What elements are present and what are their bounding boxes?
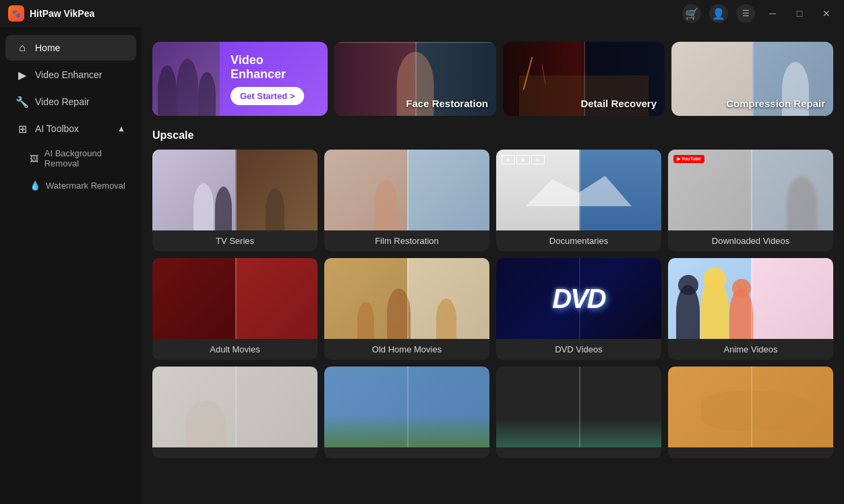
compression-repair-card[interactable]: Compression Repair	[671, 42, 833, 116]
old-home-movies-card[interactable]: Old Home Movies	[324, 258, 489, 360]
sidebar-item-home[interactable]: ⌂ Home	[5, 35, 136, 61]
downloaded-videos-card[interactable]: ▶ YouTube Downloaded Videos	[668, 150, 833, 251]
cart-icon[interactable]: 🛒	[682, 4, 701, 23]
tv-series-label: TV Series	[152, 230, 318, 251]
dvd-videos-image: DVD	[496, 258, 661, 339]
upscale-section-label: Upscale	[152, 129, 833, 141]
downloaded-videos-label: Downloaded Videos	[668, 230, 833, 251]
sidebar: ⌂ Home ▶ Video Enhancer 🔧 Video Repair ⊞…	[0, 0, 142, 504]
tv-series-image	[152, 150, 318, 230]
anime-videos-label: Anime Videos	[668, 339, 833, 360]
sidebar-item-watermark[interactable]: 💧 Watermark Removal	[19, 175, 136, 196]
minimize-button[interactable]: ─	[763, 4, 782, 23]
toolbox-group-left: ⊞ AI Toolbox	[16, 123, 79, 135]
bg-removal-icon: 🖼	[30, 153, 39, 164]
tv-series-card[interactable]: TV Series	[152, 150, 318, 251]
upscale-grid-row3	[152, 367, 833, 458]
close-button[interactable]: ✕	[817, 4, 836, 23]
main-content-inner: Video Enhancer Get Started > Face Restor…	[142, 34, 844, 473]
adult-movies-image	[152, 258, 318, 339]
home-icon: ⌂	[16, 42, 28, 54]
hero-card-title: Video Enhancer	[231, 53, 317, 82]
toolbox-icon: ⊞	[16, 123, 28, 135]
row3-card-4[interactable]	[668, 367, 833, 458]
compression-repair-label: Compression Repair	[726, 98, 825, 109]
youtube-logo: ▶ YouTube	[673, 155, 704, 163]
sidebar-group-toolbox[interactable]: ⊞ AI Toolbox ▲	[5, 116, 136, 141]
row3-card-2[interactable]	[324, 367, 489, 458]
detail-recovery-label: Detail Recovery	[580, 98, 657, 109]
film-restoration-label: Film Restoration	[324, 230, 489, 251]
maximize-button[interactable]: □	[790, 4, 809, 23]
hero-card-image	[152, 42, 220, 116]
app-title: HitPaw VikPea	[30, 8, 94, 19]
sidebar-item-bg-removal[interactable]: 🖼 AI Background Removal	[19, 143, 136, 174]
hero-card[interactable]: Video Enhancer Get Started >	[152, 42, 328, 116]
sidebar-item-video-enhancer[interactable]: ▶ Video Enhancer	[5, 62, 136, 88]
face-restoration-card[interactable]: Face Restoration	[334, 42, 496, 116]
upscale-grid-row1: TV Series Film Restoration	[152, 150, 833, 251]
bbc-logo: B B C	[502, 155, 545, 164]
titlebar-left: 🐾 HitPaw VikPea	[8, 5, 94, 22]
hero-card-text: Video Enhancer Get Started >	[220, 45, 328, 113]
row3-label-3	[496, 447, 661, 458]
sidebar-item-video-enhancer-label: Video Enhancer	[35, 69, 102, 80]
anime-videos-card[interactable]: Anime Videos	[668, 258, 833, 360]
menu-icon[interactable]: ☰	[736, 4, 755, 23]
row3-card-1[interactable]	[152, 367, 318, 458]
dvd-videos-card[interactable]: DVD DVD Videos	[496, 258, 661, 360]
app-logo: 🐾	[8, 5, 24, 22]
row3-image-3	[496, 367, 661, 447]
documentaries-card[interactable]: B B C Documentaries	[496, 150, 661, 251]
watermark-label: Watermark Removal	[46, 181, 125, 191]
get-started-button[interactable]: Get Started >	[231, 87, 304, 105]
row3-label-1	[152, 447, 318, 458]
adult-movies-label: Adult Movies	[152, 339, 318, 360]
row3-image-2	[324, 367, 489, 447]
adult-movies-card[interactable]: Adult Movies	[152, 258, 318, 360]
video-repair-icon: 🔧	[16, 96, 28, 108]
watermark-icon: 💧	[30, 180, 40, 191]
downloaded-videos-image: ▶ YouTube	[668, 150, 833, 230]
bg-removal-label: AI Background Removal	[44, 148, 125, 168]
row3-label-2	[324, 447, 489, 458]
dvd-videos-label: DVD Videos	[496, 339, 661, 360]
titlebar: 🐾 HitPaw VikPea 🛒 👤 ☰ ─ □ ✕	[0, 0, 844, 27]
old-home-movies-image	[324, 258, 489, 339]
sidebar-item-home-label: Home	[35, 42, 60, 53]
titlebar-controls: 🛒 👤 ☰ ─ □ ✕	[682, 4, 836, 23]
film-restoration-card[interactable]: Film Restoration	[324, 150, 489, 251]
main-content: Video Enhancer Get Started > Face Restor…	[142, 0, 844, 504]
row3-image-4	[668, 367, 833, 447]
toolbox-label: AI Toolbox	[35, 123, 79, 134]
sidebar-item-video-repair[interactable]: 🔧 Video Repair	[5, 89, 136, 115]
old-home-movies-label: Old Home Movies	[324, 339, 489, 360]
anime-videos-image	[668, 258, 833, 339]
sidebar-item-video-repair-label: Video Repair	[35, 96, 90, 107]
documentaries-image: B B C	[496, 150, 661, 230]
film-restoration-image	[324, 150, 489, 230]
row3-card-3[interactable]	[496, 367, 661, 458]
toolbox-subitems: 🖼 AI Background Removal 💧 Watermark Remo…	[0, 143, 142, 196]
toolbox-expand-icon: ▲	[117, 124, 125, 133]
face-restoration-label: Face Restoration	[406, 98, 488, 109]
documentaries-label: Documentaries	[496, 230, 661, 251]
detail-recovery-card[interactable]: Detail Recovery	[503, 42, 665, 116]
user-icon[interactable]: 👤	[709, 4, 728, 23]
upscale-grid-row2: Adult Movies Old Home Movies	[152, 258, 833, 360]
row3-label-4	[668, 447, 833, 458]
feature-cards-row: Video Enhancer Get Started > Face Restor…	[152, 42, 833, 116]
video-enhancer-icon: ▶	[16, 69, 28, 81]
row3-image-1	[152, 367, 318, 447]
